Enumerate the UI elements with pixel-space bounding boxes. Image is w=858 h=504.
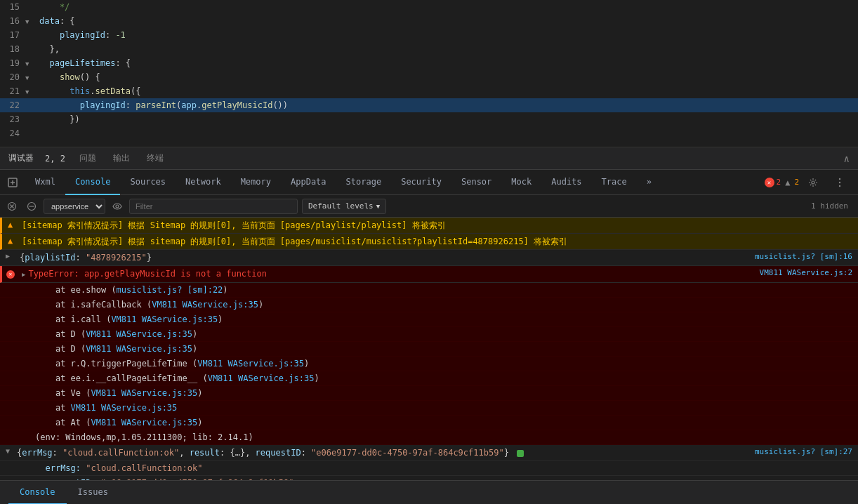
stack-line-5: at D (VM811 WAService.js:35) (0, 342, 858, 357)
warn-icon-1: ▲ (8, 220, 13, 230)
levels-dropdown[interactable]: Default levels ▼ (302, 199, 386, 214)
tab-sources[interactable]: Sources (120, 170, 176, 195)
debugger-bar: 调试器 2, 2 问题 输出 终端 ∧ (0, 147, 858, 170)
tab-audits[interactable]: Audits (541, 170, 591, 195)
debugger-tab-terminal[interactable]: 终端 (144, 151, 166, 166)
error-circle-icon: ✕ (6, 268, 15, 279)
hidden-count: 1 hidden (811, 201, 854, 211)
debugger-position: 2, 2 (45, 154, 65, 164)
tab-mock[interactable]: Mock (501, 170, 541, 195)
stack-line-7: at ee.i.__callPageLifeTime__ (VM811 WASe… (0, 371, 858, 386)
info-text-1: {playlistId: "4878926215"} (20, 251, 749, 264)
tab-memory[interactable]: Memory (231, 170, 281, 195)
code-line-22: 22 playingId: parseInt(app.getPlayMusicI… (0, 98, 858, 112)
code-line-21: 21 ▼ this.setData({ (0, 84, 858, 98)
stack-link-8[interactable]: VM811 WAService.js:35 (91, 388, 197, 398)
stack-line-8: at Ve (VM811 WAService.js:35) (0, 386, 858, 401)
error-count: 2 (777, 178, 781, 187)
stack-line-2: at i.safeCallback (VM811 WAService.js:35… (0, 298, 858, 312)
console-message-info-1: ▶ {playlistId: "4878926215"} musiclist.j… (0, 250, 858, 266)
eye-btn[interactable] (110, 199, 125, 214)
debugger-title: 调试器 (8, 152, 34, 164)
expand-icon[interactable]: ∧ (844, 153, 850, 164)
source-link-1[interactable]: musiclist.js? [sm]:16 (755, 251, 852, 261)
code-line-23: 23 }) (0, 112, 858, 126)
bottom-tab-console[interactable]: Console (8, 481, 67, 505)
stack-link-6[interactable]: VM811 WAService.js:35 (197, 359, 304, 369)
expand-icon-1[interactable]: ▶ (6, 252, 10, 260)
tab-wxml[interactable]: Wxml (25, 170, 65, 195)
console-message-cloud: ▼ {errMsg: "cloud.callFunction:ok", resu… (0, 445, 858, 461)
tab-sensor[interactable]: Sensor (451, 170, 501, 195)
stack-link-3[interactable]: VM811 WAService.js:35 (111, 314, 218, 324)
svg-point-7 (116, 205, 119, 208)
svg-point-3 (839, 181, 840, 183)
svg-point-1 (812, 181, 814, 184)
svg-point-2 (839, 178, 840, 179)
stack-link-5[interactable]: VM811 WAService.js:35 (86, 344, 192, 354)
stack-link-7[interactable]: VM811 WAService.js:35 (208, 373, 315, 383)
cloud-child-1: errMsg: "cloud.callFunction:ok" (0, 461, 858, 476)
service-select[interactable]: appservice (44, 199, 105, 214)
devtools-right-btns: ✕ 2 ▲ 2 (765, 170, 858, 195)
settings-icon[interactable] (800, 170, 826, 195)
inspect-icon[interactable] (0, 170, 25, 195)
cloud-text: {errMsg: "cloud.callFunction:ok", result… (6, 446, 749, 459)
console-message-warn-1: ▲ [sitemap 索引情况提示] 根据 Sitemap 的规则[0], 当前… (0, 218, 858, 234)
console-output[interactable]: ▲ [sitemap 索引情况提示] 根据 Sitemap 的规则[0], 当前… (0, 218, 858, 480)
stack-link-9[interactable]: VM811 WAService.js:35 (71, 403, 178, 413)
error-icon: ✕ (765, 178, 774, 187)
warning-count: 2 (794, 178, 799, 187)
debugger-tab-issues[interactable]: 问题 (77, 151, 99, 166)
code-line-24: 24 (0, 126, 858, 140)
stack-link-4[interactable]: VM811 WAService.js:35 (86, 329, 192, 339)
clear-console-btn[interactable] (4, 199, 20, 214)
error-text-1: TypeError: app.getPlayMusicId is not a f… (22, 267, 754, 281)
source-link-2[interactable]: VM811 WAService.js:2 (760, 267, 852, 277)
tab-network[interactable]: Network (176, 170, 231, 195)
code-line-17: 17 playingId: -1 (0, 28, 858, 42)
warn-text-2: [sitemap 索引情况提示] 根据 sitemap 的规则[0], 当前页面… (22, 235, 852, 248)
error-badge: ✕ 2 (765, 178, 781, 187)
stack-link-1[interactable]: musiclist.js? [sm]:22 (117, 285, 223, 295)
stack-line-10: at At (VM811 WAService.js:35) (0, 416, 858, 430)
devtools-tabs: Wxml Console Sources Network Memory AppD… (0, 170, 858, 195)
stack-line-9: at VM811 WAService.js:35 (0, 401, 858, 416)
svg-point-4 (839, 185, 840, 186)
stack-line-3: at i.call (VM811 WAService.js:35) (0, 312, 858, 327)
tab-more[interactable]: » (637, 170, 661, 195)
stack-link-2[interactable]: VM811 WAService.js:35 (152, 300, 258, 310)
more-icon[interactable] (827, 170, 852, 195)
stack-line-1: at ee.show (musiclist.js? [sm]:22) (0, 283, 858, 298)
code-line-15: 15 */ (0, 0, 858, 14)
console-message-warn-2: ▲ [sitemap 索引情况提示] 根据 sitemap 的规则[0], 当前… (0, 234, 858, 250)
stack-line-4: at D (VM811 WAService.js:35) (0, 327, 858, 342)
tab-storage[interactable]: Storage (336, 170, 392, 195)
bottom-tab-issues[interactable]: Issues (67, 481, 119, 505)
bottom-bar: Console Issues (0, 480, 858, 504)
warn-text-1: [sitemap 索引情况提示] 根据 Sitemap 的规则[0], 当前页面… (22, 219, 852, 232)
code-line-16: 16 ▼ data: { (0, 14, 858, 28)
console-filter-bar: appservice Default levels ▼ 1 hidden (0, 195, 858, 218)
warning-badge: 2 (794, 178, 799, 187)
code-line-18: 18 }, (0, 42, 858, 56)
filter-input[interactable] (129, 199, 298, 214)
tab-trace[interactable]: Trace (592, 170, 637, 195)
tab-console[interactable]: Console (65, 170, 121, 195)
code-line-20: 20 ▼ show() { (0, 70, 858, 84)
tab-appdata[interactable]: AppData (281, 170, 336, 195)
stack-link-10[interactable]: VM811 WAService.js:35 (91, 418, 197, 427)
tab-security[interactable]: Security (391, 170, 451, 195)
stack-line-6: at r.Q.triggerPageLifeTime (VM811 WAServ… (0, 357, 858, 371)
source-link-cloud[interactable]: musiclist.js? [sm]:27 (755, 446, 852, 456)
warn-icon-2: ▲ (8, 236, 13, 246)
console-message-error-1: ✕ TypeError: app.getPlayMusicId is not a… (0, 266, 858, 283)
debugger-tab-output[interactable]: 输出 (110, 151, 133, 166)
code-editor: 15 */ 16 ▼ data: { 17 playingId: -1 18 }… (0, 0, 858, 147)
expand-icon-cloud[interactable]: ▼ (6, 447, 10, 455)
code-line-19: 19 ▼ pageLifetimes: { (0, 56, 858, 70)
stack-line-env: (env: Windows,mp,1.05.2111300; lib: 2.14… (0, 430, 858, 445)
block-btn[interactable] (24, 199, 39, 214)
